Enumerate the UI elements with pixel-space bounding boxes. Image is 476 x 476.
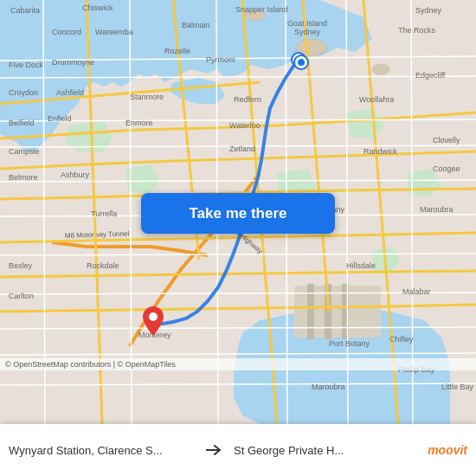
svg-text:Stanmore: Stanmore	[130, 93, 164, 101]
svg-text:Belfield: Belfield	[9, 119, 35, 127]
origin-text: Wynyard Station, Clarence S...	[9, 444, 163, 457]
svg-text:Zetland: Zetland	[229, 145, 255, 153]
svg-text:Port Botany: Port Botany	[329, 339, 370, 348]
map-attribution: © OpenStreetMap contributors | © OpenMap…	[0, 358, 476, 370]
origin-info: Wynyard Station, Clarence S...	[9, 442, 196, 458]
map-container: M8 Motorway Tunnel Cab	[0, 0, 476, 424]
svg-text:Waterloo: Waterloo	[229, 121, 261, 130]
take-me-there-button[interactable]: Take me there	[141, 193, 335, 234]
svg-text:Balmain: Balmain	[182, 21, 210, 29]
svg-text:Malabar: Malabar	[402, 287, 431, 296]
svg-text:Five Dock: Five Dock	[9, 61, 44, 69]
arrow-container	[196, 444, 234, 456]
svg-text:Snapper Island: Snapper Island	[235, 5, 288, 14]
svg-point-56	[149, 312, 158, 321]
svg-text:Redfern: Redfern	[234, 95, 261, 104]
svg-text:Pyrmont: Pyrmont	[206, 55, 235, 64]
svg-text:Maroubra: Maroubra	[420, 205, 453, 214]
destination-marker	[293, 54, 305, 66]
svg-text:Clovelly: Clovelly	[433, 136, 460, 145]
moovit-logo: moovit	[428, 443, 467, 457]
svg-text:The Rocks: The Rocks	[398, 26, 436, 35]
svg-text:Belmore: Belmore	[9, 173, 38, 182]
svg-text:Enmore: Enmore	[125, 119, 153, 127]
svg-text:Goat Island: Goat Island	[287, 19, 327, 28]
svg-text:Coogee: Coogee	[433, 164, 460, 173]
svg-text:Concord: Concord	[52, 28, 81, 36]
svg-text:Maroubra: Maroubra	[312, 383, 345, 391]
svg-text:Campsie: Campsie	[9, 147, 40, 156]
svg-text:Woollahra: Woollahra	[359, 95, 394, 104]
svg-text:Chifley: Chifley	[389, 335, 414, 344]
attribution-text: © OpenStreetMap contributors | © OpenMap…	[5, 360, 176, 369]
origin-marker	[143, 306, 164, 339]
arrow-icon	[206, 444, 223, 456]
svg-text:Ashfield: Ashfield	[56, 88, 84, 97]
svg-text:Rozelle: Rozelle	[164, 47, 190, 55]
svg-text:Sydney: Sydney	[415, 6, 442, 15]
svg-text:Drummoyne: Drummoyne	[52, 58, 94, 67]
svg-text:Croydon: Croydon	[9, 88, 38, 97]
destination-info: St George Private H...	[234, 442, 421, 458]
svg-text:Turrella: Turrella	[91, 209, 117, 218]
svg-text:Enfield: Enfield	[48, 114, 72, 123]
svg-text:Hillsdale: Hillsdale	[346, 261, 376, 270]
svg-text:Carlton: Carlton	[9, 292, 34, 300]
bottom-bar: Wynyard Station, Clarence S... St George…	[0, 424, 476, 476]
svg-point-2	[372, 64, 389, 74]
svg-text:Little Bay: Little Bay	[441, 383, 474, 391]
svg-text:Chiswick: Chiswick	[82, 3, 113, 12]
svg-text:Sydney: Sydney	[294, 28, 321, 36]
svg-rect-5	[307, 284, 314, 339]
moovit-brand: moovit	[428, 443, 467, 457]
svg-text:Edgecliff: Edgecliff	[415, 71, 446, 80]
svg-text:Bexley: Bexley	[9, 261, 33, 270]
svg-text:Wareemba: Wareemba	[95, 28, 133, 36]
svg-text:Randwick: Randwick	[363, 147, 398, 156]
svg-text:Cabarita: Cabarita	[10, 6, 40, 15]
svg-text:Ashbury: Ashbury	[61, 170, 90, 179]
svg-text:Rockdale: Rockdale	[87, 261, 119, 270]
destination-text: St George Private H...	[234, 444, 344, 457]
